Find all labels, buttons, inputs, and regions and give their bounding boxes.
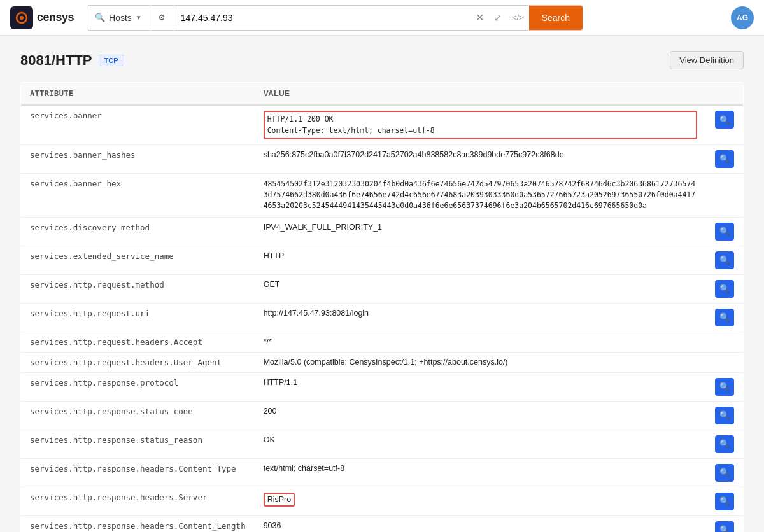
value-column-header: Value (255, 83, 706, 106)
table-row: services.banner_hex485454502f312e3120323… (21, 173, 744, 217)
page-title-row: 8081/HTTP TCP View Definition (20, 51, 744, 69)
attribute-cell: services.discovery_method (21, 217, 255, 246)
search-button[interactable]: Search (529, 6, 583, 30)
action-cell: 🔍 (706, 303, 744, 332)
page-content: 8081/HTTP TCP View Definition Attribute … (0, 36, 764, 532)
action-cell (706, 352, 744, 372)
table-row: services.http.request.urihttp://147.45.4… (21, 303, 744, 332)
value-cell: HTTP/1.1 (255, 372, 706, 401)
value-cell: text/html; charset=utf-8 (255, 458, 706, 487)
table-row: services.banner_hashessha256:875c2fba0a0… (21, 144, 744, 173)
search-value-button[interactable]: 🔍 (715, 280, 734, 298)
tcp-badge: TCP (99, 55, 124, 66)
search-value-button[interactable]: 🔍 (715, 464, 734, 482)
data-table: Attribute Value services.bannerHTTP/1.1 … (20, 82, 744, 532)
censys-logo-icon (10, 6, 33, 29)
action-column-header (706, 83, 744, 106)
table-row: services.http.response.headers.ServerRis… (21, 487, 744, 515)
search-value-button[interactable]: 🔍 (715, 150, 734, 168)
expand-button[interactable]: ⤢ (489, 6, 507, 30)
value-cell: HTTP/1.1 200 OK Content-Type: text/html;… (255, 105, 706, 144)
view-definition-button[interactable]: View Definition (670, 51, 744, 69)
attribute-cell: services.http.response.headers.Content_L… (21, 515, 255, 532)
table-row: services.extended_service_nameHTTP🔍 (21, 246, 744, 274)
action-cell (706, 173, 744, 217)
table-row: services.http.response.headers.Content_L… (21, 515, 744, 532)
attribute-cell: services.banner_hex (21, 173, 255, 217)
value-cell: */* (255, 332, 706, 352)
attribute-column-header: Attribute (21, 83, 255, 106)
search-icon: 🔍 (719, 439, 730, 449)
search-icon: 🔍 (719, 410, 730, 420)
value-cell: IPV4_WALK_FULL_PRIORITY_1 (255, 217, 706, 246)
highlighted-value: HTTP/1.1 200 OK Content-Type: text/html;… (264, 111, 697, 139)
attribute-cell: services.http.response.status_reason (21, 430, 255, 458)
search-value-button[interactable]: 🔍 (715, 493, 734, 510)
logo[interactable]: censys (10, 6, 74, 29)
table-row: services.http.request.headers.Accept*/* (21, 332, 744, 352)
attribute-cell: services.http.response.status_code (21, 401, 255, 430)
search-icon: 🔍 (719, 227, 730, 236)
search-icon: 🔍 (719, 496, 730, 506)
attribute-cell: services.http.response.headers.Content_T… (21, 458, 255, 487)
action-cell: 🔍 (706, 105, 744, 144)
gear-icon: ⚙ (158, 13, 166, 22)
table-row: services.discovery_methodIPV4_WALK_FULL_… (21, 217, 744, 246)
settings-button[interactable]: ⚙ (150, 6, 174, 30)
action-cell: 🔍 (706, 515, 744, 532)
search-icon: 🔍 (719, 255, 730, 265)
search-value-button[interactable]: 🔍 (715, 521, 734, 532)
search-value-button[interactable]: 🔍 (715, 111, 734, 129)
hosts-dropdown[interactable]: 🔍 Hosts ▼ (87, 6, 150, 30)
action-cell: 🔍 (706, 372, 744, 401)
search-value-button[interactable]: 🔍 (715, 435, 734, 453)
attribute-cell: services.extended_service_name (21, 246, 255, 274)
action-cell: 🔍 (706, 274, 744, 303)
search-value-button[interactable]: 🔍 (715, 251, 734, 269)
table-row: services.http.response.status_code200🔍 (21, 401, 744, 430)
action-cell: 🔍 (706, 458, 744, 487)
action-cell: 🔍 (706, 430, 744, 458)
search-icon: 🔍 (719, 468, 730, 477)
search-value-button[interactable]: 🔍 (715, 309, 734, 326)
search-value-button[interactable]: 🔍 (715, 378, 734, 396)
search-value-button[interactable]: 🔍 (715, 223, 734, 241)
svg-point-2 (20, 16, 24, 20)
action-cell: 🔍 (706, 144, 744, 173)
attribute-cell: services.http.request.uri (21, 303, 255, 332)
table-row: services.http.response.protocolHTTP/1.1🔍 (21, 372, 744, 401)
action-cell: 🔍 (706, 401, 744, 430)
action-cell: 🔍 (706, 487, 744, 515)
attribute-cell: services.banner (21, 105, 255, 144)
value-cell: GET (255, 274, 706, 303)
page-title: 8081/HTTP TCP (20, 52, 124, 69)
value-cell: RisPro (255, 487, 706, 515)
search-icon: 🔍 (719, 312, 730, 322)
logo-text: censys (37, 11, 74, 24)
value-cell: 200 (255, 401, 706, 430)
search-icon: 🔍 (719, 154, 730, 164)
table-row: services.bannerHTTP/1.1 200 OK Content-T… (21, 105, 744, 144)
header: censys 🔍 Hosts ▼ ⚙ ✕ ⤢ </> Search AG (0, 0, 764, 36)
action-cell (706, 332, 744, 352)
value-cell: sha256:875c2fba0a0f7f3702d2417a52702a4b8… (255, 144, 706, 173)
value-cell: 485454502f312e3120323030204f4b0d0a436f6e… (255, 173, 706, 217)
multiline-value: 485454502f312e3120323030204f4b0d0a436f6e… (264, 179, 697, 212)
code-button[interactable]: </> (507, 6, 529, 30)
value-cell: Mozilla/5.0 (compatible; CensysInspect/1… (255, 352, 706, 372)
avatar[interactable]: AG (731, 6, 754, 29)
clear-button[interactable]: ✕ (470, 6, 489, 30)
table-row: services.http.request.headers.User_Agent… (21, 352, 744, 372)
chevron-down-icon: ▼ (136, 14, 142, 21)
search-icon: 🔍 (719, 115, 730, 125)
value-cell: OK (255, 430, 706, 458)
search-icon: 🔍 (719, 284, 730, 293)
attribute-cell: services.http.response.headers.Server (21, 487, 255, 515)
value-cell: HTTP (255, 246, 706, 274)
table-row: services.http.request.methodGET🔍 (21, 274, 744, 303)
search-value-button[interactable]: 🔍 (715, 407, 734, 424)
table-row: services.http.response.headers.Content_T… (21, 458, 744, 487)
code-icon: </> (512, 13, 524, 22)
search-input[interactable] (174, 6, 470, 30)
hosts-label: Hosts (109, 13, 132, 23)
